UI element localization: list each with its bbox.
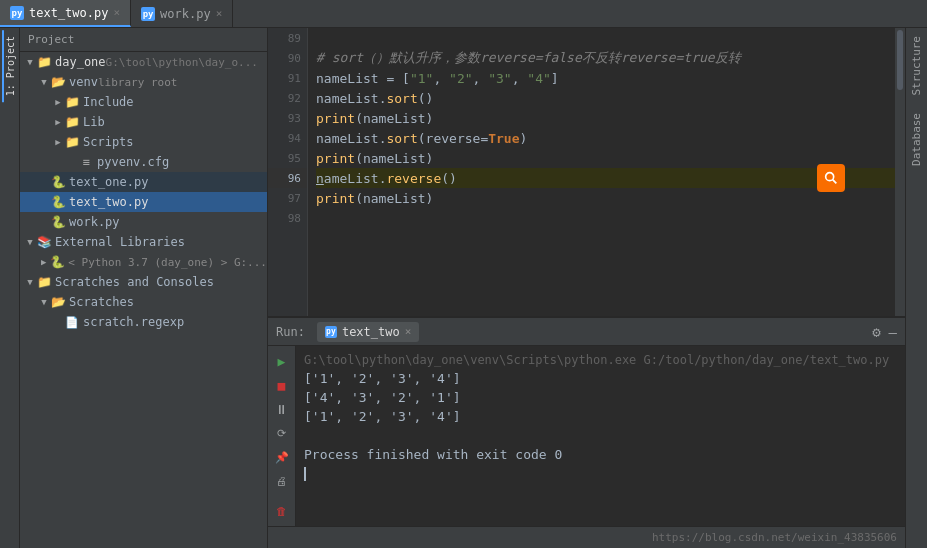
right-tab-database[interactable]: Database (908, 105, 925, 174)
tree-item-scripts[interactable]: ▶ 📁 Scripts (20, 132, 267, 152)
run-pause-button[interactable]: ⏸ (271, 398, 293, 420)
editor-area: 89 90 91 92 93 94 95 96 97 98 # sort（）默认… (268, 28, 905, 548)
run-stop-button[interactable]: ■ (271, 374, 293, 396)
chevron-down-icon-3: ▼ (24, 236, 36, 248)
scrollbar-thumb[interactable] (897, 30, 903, 90)
tree-item-work[interactable]: ▶ 🐍 work.py (20, 212, 267, 232)
fn-sort-94: sort (386, 131, 417, 146)
run-tab-text-two[interactable]: py text_two × (317, 322, 419, 342)
punc-comma-3: , (512, 71, 528, 86)
right-tab-structure[interactable]: Structure (908, 28, 925, 104)
main-area: 1: Project Project ▼ 📁 day_one G:\tool\p… (0, 28, 927, 548)
folder-open-scratches-icon: 📂 (50, 294, 66, 310)
punc-close-bracket: ] (551, 71, 559, 86)
punc-parens-96: () (441, 171, 457, 186)
run-scroll-button[interactable]: 🗑 (271, 500, 293, 522)
tree-item-scratches-consoles[interactable]: ▼ 📁 Scratches and Consoles (20, 272, 267, 292)
punc-assign-91: = [ (379, 71, 410, 86)
run-rerun-button[interactable]: ⟳ (271, 422, 293, 444)
console-command-line: G:\tool\python\day_one\venv\Scripts\pyth… (304, 350, 897, 369)
editor-wrapper[interactable]: # sort（）默认升序，参数reverse=false不反转reverse=t… (308, 28, 895, 316)
tab-work[interactable]: py work.py × (131, 0, 233, 27)
console-process-finished: Process finished with exit code 0 (304, 445, 897, 464)
tab-work-close[interactable]: × (216, 7, 223, 20)
editor-scrollbar[interactable] (895, 28, 905, 316)
run-print-button[interactable]: 🖨 (271, 470, 293, 492)
code-line-98 (316, 208, 895, 228)
fn-print-93: print (316, 111, 355, 126)
python-icon-text-two: 🐍 (50, 194, 66, 210)
punc-eq-94: = (480, 131, 488, 146)
console-cursor (304, 467, 306, 481)
run-tab-close[interactable]: × (405, 325, 412, 338)
line-num-95: 95 (268, 148, 307, 168)
tree-item-pyvenv-cfg[interactable]: ▶ ≡ pyvenv.cfg (20, 152, 267, 172)
chevron-down-icon-5: ▼ (38, 296, 50, 308)
code-editor: 89 90 91 92 93 94 95 96 97 98 # sort（）默认… (268, 28, 905, 316)
libs-icon: 📚 (36, 234, 52, 250)
tree-label-day-one: day_one (55, 55, 106, 69)
tree-label-lib: Lib (83, 115, 105, 129)
tree-item-include[interactable]: ▶ 📁 Include (20, 92, 267, 112)
run-tab-icon: py (325, 326, 337, 338)
tree-label-external-libs: External Libraries (55, 235, 185, 249)
chevron-down-icon-4: ▼ (24, 276, 36, 288)
minimize-icon[interactable]: — (889, 324, 897, 340)
var-namelist-92: nameList (316, 91, 379, 106)
tree-label-scratches: Scratches (69, 295, 134, 309)
param-reverse-94: reverse (426, 131, 481, 146)
python-file-icon: py (10, 6, 24, 20)
tree-item-text-one[interactable]: ▶ 🐍 text_one.py (20, 172, 267, 192)
status-bar: https://blog.csdn.net/weixin_43835606 (268, 526, 905, 548)
fn-print-97: print (316, 191, 355, 206)
line-num-90: 90 (268, 48, 307, 68)
tab-text-two[interactable]: py text_two.py × (0, 0, 131, 27)
tab-work-label: work.py (160, 7, 211, 21)
activity-project[interactable]: 1: Project (2, 30, 17, 102)
tree-item-lib[interactable]: ▶ 📁 Lib (20, 112, 267, 132)
run-play-button[interactable]: ▶ (271, 350, 293, 372)
chevron-right-icon-2: ▶ (52, 116, 64, 128)
run-pin-button[interactable]: 📌 (271, 446, 293, 468)
console-output[interactable]: G:\tool\python\day_one\venv\Scripts\pyth… (296, 346, 905, 526)
tree-item-scratch-regexp[interactable]: ▶ 📄 scratch.regexp (20, 312, 267, 332)
line-numbers: 89 90 91 92 93 94 95 96 97 98 (268, 28, 308, 316)
tree-label-scripts: Scripts (83, 135, 134, 149)
tab-bar: py text_two.py × py work.py × (0, 0, 927, 28)
tree-label-work: work.py (69, 215, 120, 229)
settings-icon[interactable]: ⚙ (872, 324, 880, 340)
tab-text-two-close[interactable]: × (113, 6, 120, 19)
chevron-down-icon: ▼ (24, 56, 36, 68)
tree-item-venv[interactable]: ▼ 📂 venv library root (20, 72, 267, 92)
var-namelist-91: nameList (316, 71, 379, 86)
sidebar-title: Project (28, 33, 74, 46)
str-3: "3" (488, 71, 511, 86)
punc-open-93: ( (355, 111, 363, 126)
sidebar: Project ▼ 📁 day_one G:\tool\python\day_o… (20, 28, 268, 548)
comment-90: # sort（）默认升序，参数reverse=false不反转reverse=t… (316, 49, 741, 67)
tree-item-text-two[interactable]: ▶ 🐍 text_two.py (20, 192, 267, 212)
var-namelist-94: nameList (316, 131, 379, 146)
folder-icon-lib: 📁 (64, 114, 80, 130)
code-line-96: n ameList . reverse () (316, 168, 895, 188)
var-namelist-96: n (316, 171, 324, 186)
punc-comma-2: , (473, 71, 489, 86)
punc-dot-92: . (379, 91, 387, 106)
run-tab-name: text_two (342, 325, 400, 339)
str-1: "1" (410, 71, 433, 86)
run-panel: Run: py text_two × ⚙ — ▶ ■ ⏸ ⟳ 📌 (268, 316, 905, 526)
tree-item-scratches[interactable]: ▼ 📂 Scratches (20, 292, 267, 312)
var-namelist-93: nameList (363, 111, 426, 126)
tree-item-external-libs[interactable]: ▼ 📚 External Libraries (20, 232, 267, 252)
folder-open-icon: 📁 (36, 54, 52, 70)
search-icon (823, 170, 839, 186)
tree-item-day-one[interactable]: ▼ 📁 day_one G:\tool\python\day_o... (20, 52, 267, 72)
regexp-file-icon: 📄 (64, 314, 80, 330)
line-num-94: 94 (268, 128, 307, 148)
tree-content[interactable]: ▼ 📁 day_one G:\tool\python\day_o... ▼ 📂 … (20, 52, 267, 548)
punc-close-94: ) (520, 131, 528, 146)
run-header: Run: py text_two × ⚙ — (268, 318, 905, 346)
tree-item-python37[interactable]: ▶ 🐍 < Python 3.7 (day_one) > G:... (20, 252, 267, 272)
chevron-down-icon-2: ▼ (38, 76, 50, 88)
code-content[interactable]: # sort（）默认升序，参数reverse=false不反转reverse=t… (308, 28, 895, 228)
